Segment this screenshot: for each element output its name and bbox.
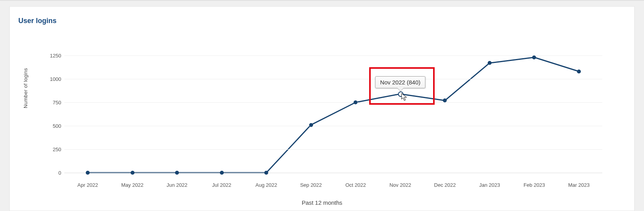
data-point[interactable]: [220, 171, 224, 175]
gridline: [64, 79, 602, 79]
x-tick-label: Sep 2022: [300, 182, 322, 188]
data-point[interactable]: [309, 123, 313, 127]
gridline: [64, 173, 602, 173]
x-tick-label: Nov 2022: [389, 182, 411, 188]
y-axis-label: Number of logins: [23, 68, 28, 108]
x-tick-label: Aug 2022: [255, 182, 277, 188]
chart-plot-area[interactable]: 025050075010001250Apr 2022May 2022Jun 20…: [64, 44, 602, 177]
gridline: [64, 149, 602, 150]
x-tick-label: Dec 2022: [434, 182, 456, 188]
chart-title: User logins: [18, 17, 57, 25]
x-tick-label: Mar 2023: [568, 182, 590, 188]
x-tick-label: Apr 2022: [78, 182, 98, 188]
chart-line: [64, 44, 602, 177]
x-tick-label: Oct 2022: [345, 182, 366, 188]
x-tick-label: May 2022: [121, 182, 143, 188]
y-tick-label: 250: [38, 147, 61, 152]
x-tick-label: Feb 2023: [524, 182, 545, 188]
page-divider: [0, 0, 644, 0]
gridline: [64, 102, 602, 103]
chart-card: User logins Number of logins 02505007501…: [9, 6, 635, 211]
y-tick-label: 750: [38, 100, 61, 106]
y-tick-label: 1000: [38, 76, 61, 82]
y-tick-label: 500: [38, 123, 61, 129]
gridline: [64, 55, 602, 56]
x-tick-label: Jan 2023: [479, 182, 500, 188]
data-point[interactable]: [131, 171, 134, 175]
data-point[interactable]: [577, 70, 581, 73]
gridline: [64, 126, 602, 126]
x-tick-label: Jun 2022: [166, 182, 188, 188]
x-axis-label: Past 12 months: [302, 199, 342, 206]
data-point[interactable]: [86, 171, 90, 175]
annotation-highlight-box: [369, 67, 435, 105]
y-tick-label: 1250: [38, 53, 61, 59]
x-tick-label: Jul 2022: [212, 182, 231, 188]
y-tick-label: 0: [38, 170, 61, 176]
